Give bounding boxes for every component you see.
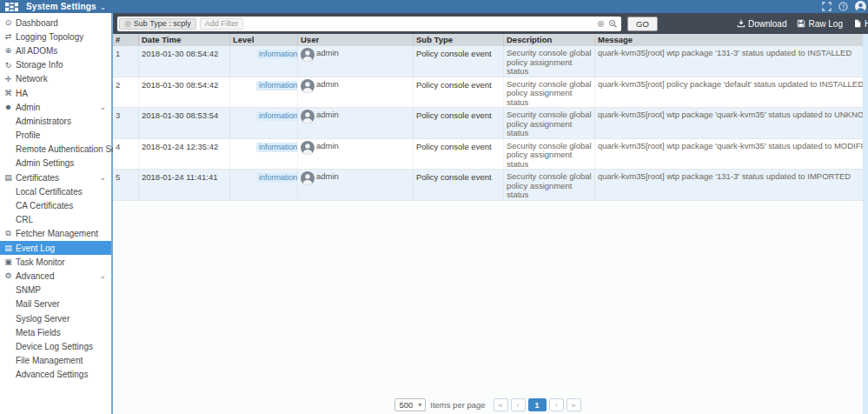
filter-chip[interactable]: ◎ Sub Type : scply (119, 18, 196, 30)
add-filter-button[interactable]: Add Filter (200, 18, 244, 30)
download-button[interactable]: Download (737, 19, 786, 29)
sidebar-item-advanced-settings[interactable]: Advanced Settings (0, 368, 111, 382)
pager-button[interactable]: › (549, 398, 564, 411)
sidebar-item-event-log[interactable]: ▤Event Log (0, 241, 111, 255)
cell-subtype: Policy console event (414, 170, 504, 200)
sidebar-item-label: SNMP (16, 285, 41, 295)
sidebar-item-label: Device Log Settings (16, 342, 93, 351)
logging-topology-icon: ⇄ (3, 32, 13, 41)
sidebar-item-label: Certificates (16, 173, 59, 183)
pager-page-current[interactable]: 1 (528, 398, 547, 411)
sidebar-item-certificates[interactable]: ▤Certificates⌄ (0, 170, 111, 184)
cell-description: Security console global policy assignmen… (504, 108, 595, 138)
sidebar-item-meta-fields[interactable]: Meta Fields (0, 325, 111, 339)
certificates-icon: ▤ (3, 173, 13, 182)
fetcher-management-icon: ⧉ (3, 229, 13, 238)
chevron-down-icon: ⌄ (99, 103, 106, 111)
storage-info-icon: ↻ (3, 61, 13, 70)
search-zoom-icon[interactable] (608, 19, 618, 29)
sidebar-item-snmp[interactable]: SNMP (0, 284, 111, 297)
vertical-scrollbar[interactable] (863, 34, 868, 414)
sidebar-item-label: Advanced Settings (16, 370, 88, 379)
sidebar-item-task-monitor[interactable]: ▣Task Monitor (0, 255, 111, 269)
sidebar-item-admin[interactable]: ☻Admin⌄ (0, 100, 111, 114)
app-title-dropdown[interactable]: System Settings ⌄ (26, 2, 107, 11)
sidebar-item-device-log-settings[interactable]: Device Log Settings (0, 339, 111, 353)
sidebar-item-label: Meta Fields (16, 328, 61, 337)
table-row[interactable]: 12018-01-30 08:54:42informationadminPoli… (113, 46, 863, 77)
table-row[interactable]: 52018-01-24 11:41:41informationadminPoli… (113, 170, 863, 201)
cell-level: information (230, 139, 298, 170)
user-avatar-icon (301, 48, 315, 62)
sidebar-item-label: Task Monitor (16, 257, 65, 267)
cell-user: admin (298, 46, 414, 77)
pager-button[interactable]: » (567, 398, 581, 411)
sidebar-item-network[interactable]: ✛Network (0, 72, 111, 86)
raw-log-button[interactable]: Raw Log (797, 19, 842, 29)
sidebar-item-storage-info[interactable]: ↻Storage Info (0, 58, 111, 72)
column-header-user[interactable]: User (298, 34, 414, 46)
table-row[interactable]: 42018-01-24 12:35:42informationadminPoli… (113, 139, 863, 170)
sidebar-item-all-adoms[interactable]: ⊕All ADOMs (0, 43, 111, 57)
table-row[interactable]: 32018-01-30 08:53:54informationadminPoli… (113, 108, 863, 139)
column-header-sub-type[interactable]: Sub Type (414, 34, 504, 46)
column-header-description[interactable]: Description (504, 34, 595, 46)
pager: «‹1›» (494, 398, 581, 411)
user-name: admin (316, 48, 339, 57)
sidebar-item-syslog-server[interactable]: Syslog Server (0, 311, 111, 325)
user-name: admin (316, 110, 339, 119)
filter-chip-label: Sub Type : scply (134, 19, 191, 28)
cell-datetime: 2018-01-30 08:54:42 (139, 46, 230, 77)
cell-datetime: 2018-01-30 08:54:42 (139, 77, 230, 108)
sidebar-item-label: CA Certificates (16, 201, 73, 210)
action-label: Hist (865, 19, 868, 29)
clear-filter-icon[interactable]: ⊗ (597, 19, 605, 29)
pager-button[interactable]: ‹ (511, 398, 526, 411)
column-header-message[interactable]: Message (595, 34, 863, 46)
help-icon[interactable]: ? (838, 2, 848, 11)
cell-message: quark-kvm35[root] wtp package 'quark-kvm… (595, 108, 863, 138)
sidebar-item-ha[interactable]: ⌘HA (0, 86, 111, 100)
sidebar-item-label: Storage Info (16, 60, 63, 70)
sidebar-item-crl[interactable]: CRL (0, 213, 111, 227)
sidebar-item-label: Admin Settings (16, 158, 74, 168)
chevron-down-icon: ⌄ (100, 3, 107, 11)
sidebar-item-profile[interactable]: Profile (0, 129, 111, 143)
cell-subtype: Policy console event (414, 46, 504, 77)
sidebar-item-logging-topology[interactable]: ⇄Logging Topology (0, 30, 111, 43)
column-header-num[interactable]: # (113, 34, 139, 46)
sidebar-item-label: CRL (16, 215, 33, 224)
sidebar-item-administrators[interactable]: Administrators (0, 114, 111, 128)
sidebar-item-file-management[interactable]: File Management (0, 354, 111, 368)
cell-level: information (230, 46, 298, 77)
user-avatar-icon[interactable] (855, 1, 866, 12)
user-name: admin (316, 171, 339, 181)
sidebar-item-advanced[interactable]: ⚙Advanced⌄ (0, 269, 111, 283)
cell-message: quark-kvm35[root] wtp package '131-3' st… (595, 46, 863, 77)
cell-description: Security console global policy assignmen… (504, 46, 595, 77)
action-label: Raw Log (808, 19, 842, 29)
cell-subtype: Policy console event (414, 77, 504, 108)
page-size-value: 500 (399, 400, 413, 410)
pager-button[interactable]: « (494, 398, 508, 411)
filter-input[interactable]: ◎ Sub Type : scply Add Filter ⊗ (117, 17, 621, 31)
table-header: #Date TimeLevelUserSub TypeDescriptionMe… (113, 34, 863, 46)
sidebar-item-ca-certificates[interactable]: CA Certificates (0, 198, 111, 212)
page-size-select[interactable]: 500 ▾ (394, 398, 426, 411)
column-header-level[interactable]: Level (230, 34, 298, 46)
sidebar-item-dashboard[interactable]: ⊙Dashboard (0, 16, 111, 30)
sidebar-item-fetcher-management[interactable]: ⧉Fetcher Management (0, 227, 111, 241)
sidebar-item-local-certificates[interactable]: Local Certificates (0, 184, 111, 198)
cell-datetime: 2018-01-24 11:41:41 (139, 170, 230, 200)
advanced-icon: ⚙ (3, 271, 13, 280)
hist-button[interactable]: Hist (853, 19, 868, 29)
sidebar-item-label: Administrators (16, 117, 71, 126)
go-button[interactable]: GO (627, 17, 658, 31)
column-header-date-time[interactable]: Date Time (139, 34, 230, 46)
sidebar-item-remote-authentication-server[interactable]: Remote Authentication Server (0, 143, 111, 157)
dashboard-icon: ⊙ (3, 18, 13, 27)
fullscreen-icon[interactable] (822, 2, 832, 11)
table-row[interactable]: 22018-01-30 08:54:42informationadminPoli… (113, 77, 863, 109)
sidebar-item-mail-server[interactable]: Mail Server (0, 297, 111, 311)
sidebar-item-admin-settings[interactable]: Admin Settings (0, 157, 111, 170)
